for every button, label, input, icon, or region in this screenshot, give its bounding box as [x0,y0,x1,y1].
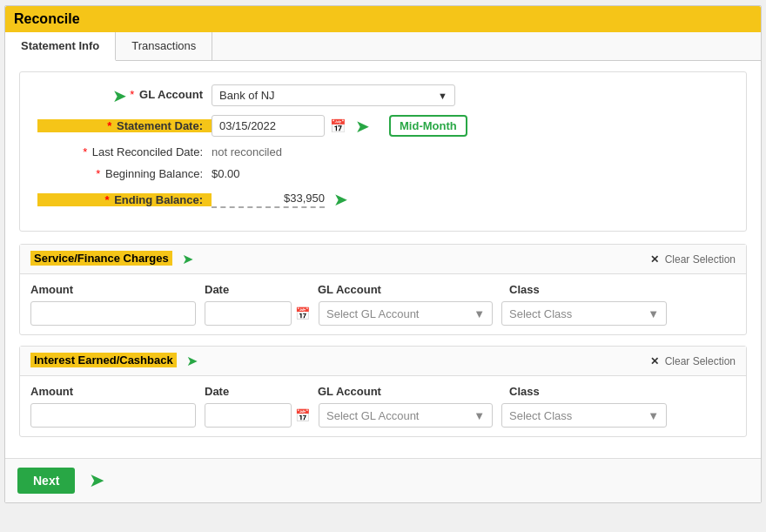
service-charges-arrow: ➤ [182,251,193,267]
interest-earned-title-wrapper: Interest Earned/Cashback ➤ [30,353,198,369]
service-charges-inputs: 📅 Select GL Account ▼ Select Class ▼ [30,301,736,326]
footer: Next ➤ [5,458,761,502]
gl-account-value: Bank of NJ ▼ [212,84,729,106]
beginning-balance-label: * Beginning Balance: [37,167,212,180]
ie-col-date: Date [205,385,318,398]
ending-balance-label: * Ending Balance: [37,193,212,206]
statement-date-value: 03/15/2022 📅 ➤ Mid-Month [212,115,729,137]
ending-balance-input[interactable]: $33,950 [212,192,325,208]
sc-date-input[interactable] [205,301,292,326]
sc-col-gl: GL Account [318,283,509,296]
gl-account-dropdown[interactable]: Bank of NJ ▼ [212,84,455,106]
interest-earned-header: Interest Earned/Cashback ➤ ✕ Clear Selec… [20,347,746,376]
ending-balance-value: $33,950 ➤ [212,189,729,210]
service-charges-title: Service/Finance Charges [30,251,172,266]
ie-calendar-icon[interactable]: 📅 [295,408,310,422]
interest-earned-inputs: 📅 Select GL Account ▼ Select Class ▼ [30,403,736,428]
ie-amount-input[interactable] [30,403,196,428]
beginning-balance-row: * Beginning Balance: $0.00 [37,167,729,180]
statement-info-section: ➤ * GL Account Bank of NJ ▼ * Statement … [19,71,747,232]
ending-balance-row: * Ending Balance: $33,950 ➤ [37,189,729,210]
statement-date-input[interactable]: 03/15/2022 [212,115,325,137]
main-content: ➤ * GL Account Bank of NJ ▼ * Statement … [5,61,761,458]
sc-class-dropdown-arrow: ▼ [648,307,659,320]
statement-date-row: * Statement Date: 03/15/2022 📅 ➤ Mid-Mon… [37,115,729,137]
service-charges-col-headers: Amount Date GL Account Class [30,283,736,296]
ie-class-dropdown-arrow: ▼ [648,409,659,422]
sc-amount-input[interactable] [30,301,196,326]
ie-date-input[interactable] [205,403,292,428]
beginning-balance-value: $0.00 [212,167,729,180]
service-charges-body: Amount Date GL Account Class 📅 Select GL… [20,274,746,334]
mid-month-badge: Mid-Month [389,115,467,137]
gl-account-dropdown-arrow: ▼ [438,91,447,101]
sc-gl-dropdown-arrow: ▼ [474,307,485,320]
tab-bar: Statement Info Transactions [5,32,761,61]
sc-col-class: Class [509,283,683,296]
ie-col-class: Class [509,385,683,398]
ie-col-amount: Amount [30,385,205,398]
gl-account-label: ➤ * GL Account [37,85,212,106]
statement-date-calendar-icon[interactable]: 📅 [330,118,346,134]
sc-gl-account-dropdown[interactable]: Select GL Account ▼ [319,301,493,326]
sc-col-amount: Amount [30,283,205,296]
tab-statement-info[interactable]: Statement Info [5,32,116,61]
sc-calendar-icon[interactable]: 📅 [295,306,310,320]
service-charges-header: Service/Finance Charges ➤ ✕ Clear Select… [20,245,746,274]
next-button[interactable]: Next [17,468,75,494]
interest-earned-col-headers: Amount Date GL Account Class [30,385,736,398]
ie-col-gl: GL Account [318,385,509,398]
service-charges-clear-button[interactable]: ✕ Clear Selection [650,253,736,266]
next-arrow: ➤ [89,469,104,492]
sc-class-dropdown[interactable]: Select Class ▼ [501,301,667,326]
ie-class-dropdown[interactable]: Select Class ▼ [501,403,667,428]
sc-col-date: Date [205,283,318,296]
interest-earned-clear-button[interactable]: ✕ Clear Selection [650,355,736,367]
gl-account-arrow: ➤ [112,85,127,106]
service-charges-section: Service/Finance Charges ➤ ✕ Clear Select… [19,244,747,335]
interest-earned-title: Interest Earned/Cashback [30,353,177,367]
gl-account-row: ➤ * GL Account Bank of NJ ▼ [37,84,729,106]
last-reconciled-label: * Last Reconciled Date: [37,145,212,158]
statement-date-label: * Statement Date: [37,119,212,132]
tab-transactions[interactable]: Transactions [116,32,212,60]
ie-gl-dropdown-arrow: ▼ [474,409,485,422]
service-charges-title-wrapper: Service/Finance Charges ➤ [30,251,193,267]
ie-gl-account-dropdown[interactable]: Select GL Account ▼ [319,403,493,428]
ending-balance-arrow: ➤ [333,189,348,210]
interest-earned-body: Amount Date GL Account Class 📅 Select GL… [20,376,746,436]
window-title: Reconcile [5,6,761,32]
last-reconciled-row: * Last Reconciled Date: not reconciled [37,145,729,158]
last-reconciled-value: not reconciled [212,145,729,158]
interest-earned-section: Interest Earned/Cashback ➤ ✕ Clear Selec… [19,346,747,437]
interest-earned-arrow: ➤ [186,353,198,369]
mid-month-arrow: ➤ [355,116,370,137]
